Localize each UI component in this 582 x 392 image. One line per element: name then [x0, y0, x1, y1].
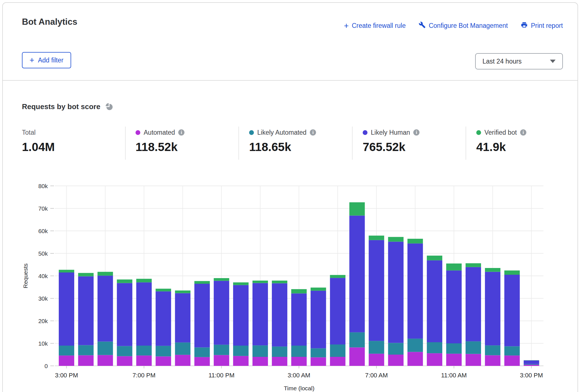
svg-text:80k: 80k [38, 183, 48, 189]
stat-verified-bot: Verified boti41.9k [476, 129, 526, 154]
stat-divider [352, 127, 353, 160]
stat-total-value: 1.04M [22, 140, 55, 154]
plus-icon: + [30, 57, 34, 63]
svg-text:20k: 20k [38, 318, 48, 324]
svg-text:7:00 PM: 7:00 PM [132, 372, 155, 379]
stat-automated-value: 118.52k [136, 140, 184, 154]
time-range-value: Last 24 hours [482, 58, 522, 65]
stat-likely-automated-label: Likely Automated [257, 129, 306, 136]
section-title-row: Requests by bot score [22, 102, 113, 111]
pie-chart-icon [105, 103, 113, 111]
svg-text:3:00 AM: 3:00 AM [288, 372, 310, 379]
stat-likely-human-value: 765.52k [363, 140, 419, 154]
verified-bot-legend-dot [476, 130, 481, 135]
stacked-bar-chart: 010k20k30k40k50k60k70k80k3:00 PM7:00 PM1… [0, 174, 582, 392]
header-divider [3, 80, 578, 81]
configure-bot-management-link[interactable]: Configure Bot Management [419, 21, 508, 30]
svg-text:50k: 50k [38, 250, 48, 257]
svg-text:Time (local): Time (local) [284, 385, 315, 391]
likely-automated-legend-dot [249, 130, 254, 135]
svg-text:70k: 70k [38, 205, 48, 212]
stat-verified-bot-label: Verified bot [484, 129, 517, 136]
stat-divider [238, 127, 239, 160]
stat-total: Total 1.04M [22, 129, 55, 154]
svg-text:11:00 AM: 11:00 AM [441, 372, 467, 379]
add-filter-label: Add filter [38, 57, 64, 64]
svg-text:Requests: Requests [22, 263, 29, 289]
svg-text:11:00 PM: 11:00 PM [208, 372, 234, 379]
svg-text:0: 0 [44, 363, 48, 369]
svg-text:3:00 PM: 3:00 PM [55, 372, 78, 379]
print-report-label: Print report [531, 22, 563, 30]
plus-icon: + [344, 23, 349, 29]
info-icon[interactable]: i [178, 129, 184, 136]
page-title: Bot Analytics [22, 17, 77, 27]
svg-text:40k: 40k [38, 273, 48, 279]
stat-verified-bot-value: 41.9k [476, 140, 526, 154]
stat-likely-human-label: Likely Human [371, 129, 410, 136]
stat-likely-automated-value: 118.65k [249, 140, 316, 154]
stat-automated: Automatedi118.52k [136, 129, 184, 154]
info-icon[interactable]: i [413, 129, 419, 136]
printer-icon [521, 21, 528, 30]
svg-text:7:00 AM: 7:00 AM [365, 372, 388, 379]
svg-text:30k: 30k [38, 295, 48, 302]
stat-likely-human: Likely Humani765.52k [363, 129, 419, 154]
chevron-down-icon [550, 60, 556, 63]
info-icon[interactable]: i [310, 129, 316, 136]
automated-legend-dot [136, 130, 140, 135]
svg-text:10k: 10k [38, 340, 48, 347]
svg-text:3:00 PM: 3:00 PM [520, 372, 543, 379]
requests-by-bot-score-chart: 010k20k30k40k50k60k70k80k3:00 PM7:00 PM1… [0, 174, 582, 392]
likely-human-legend-dot [363, 130, 367, 135]
add-filter-button[interactable]: + Add filter [22, 52, 71, 68]
stat-total-label: Total [22, 129, 36, 136]
time-range-select[interactable]: Last 24 hours [475, 53, 563, 69]
stat-divider [466, 127, 466, 160]
create-firewall-rule-link[interactable]: + Create firewall rule [344, 22, 406, 30]
info-icon[interactable]: i [520, 129, 526, 136]
create-firewall-rule-label: Create firewall rule [352, 22, 406, 30]
wrench-icon [419, 21, 426, 30]
stat-divider [125, 127, 126, 160]
stat-likely-automated: Likely Automatedi118.65k [249, 129, 316, 154]
section-title: Requests by bot score [22, 102, 100, 111]
configure-bot-management-label: Configure Bot Management [429, 22, 508, 30]
stats-row: Total 1.04M Automatedi118.52kLikely Auto… [3, 127, 578, 163]
svg-text:60k: 60k [38, 228, 48, 234]
stat-automated-label: Automated [144, 129, 175, 136]
header-actions: + Create firewall rule Configure Bot Man… [344, 21, 563, 30]
print-report-link[interactable]: Print report [521, 21, 563, 30]
